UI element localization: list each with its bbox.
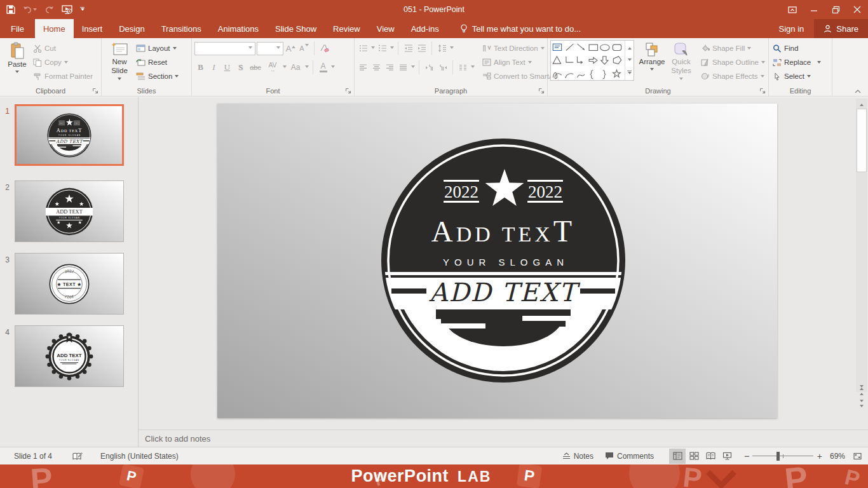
zoom-slider[interactable] bbox=[752, 449, 813, 464]
tab-design[interactable]: Design bbox=[111, 19, 153, 38]
minimize-icon[interactable] bbox=[803, 0, 825, 19]
notes-toggle[interactable]: Notes bbox=[557, 452, 599, 461]
vertical-scrollbar[interactable] bbox=[856, 98, 867, 409]
change-case-button[interactable]: Aa bbox=[288, 61, 303, 74]
layout-button[interactable]: Layout bbox=[135, 41, 180, 55]
text-shadow-button[interactable]: S bbox=[234, 61, 247, 74]
tab-home[interactable]: Home bbox=[35, 19, 74, 38]
underline-button[interactable]: U bbox=[221, 61, 233, 74]
slide-thumbnail-3[interactable]: 2022 2022 ★ TEXT ★ bbox=[15, 253, 124, 315]
zoom-slider-thumb[interactable] bbox=[776, 452, 780, 461]
font-size-combobox[interactable] bbox=[257, 42, 283, 55]
font-name-input[interactable] bbox=[195, 43, 245, 55]
current-slide[interactable] bbox=[217, 104, 777, 418]
redo-icon[interactable] bbox=[44, 6, 54, 14]
notes-pane[interactable]: Click to add notes bbox=[139, 430, 868, 447]
normal-view-button[interactable] bbox=[669, 449, 686, 464]
shape-effects-button[interactable]: Shape Effects bbox=[699, 69, 766, 83]
decrease-indent-button[interactable] bbox=[402, 42, 414, 55]
columns-button[interactable] bbox=[457, 61, 469, 74]
fit-slide-to-window-icon[interactable] bbox=[849, 449, 865, 464]
replace-button[interactable]: Replace bbox=[771, 55, 822, 69]
arrange-button[interactable]: Arrange bbox=[637, 40, 667, 85]
grow-font-button[interactable]: A bbox=[285, 42, 297, 55]
find-button[interactable]: Find bbox=[771, 41, 822, 55]
format-painter-button[interactable]: Format Painter bbox=[32, 69, 94, 83]
ribbon-display-options-icon[interactable] bbox=[782, 0, 803, 19]
shapes-scroll-down-icon[interactable] bbox=[625, 54, 634, 67]
tab-insert[interactable]: Insert bbox=[74, 19, 111, 38]
shrink-font-button[interactable]: A bbox=[298, 42, 310, 55]
slide-thumbnail-2[interactable]: ADD TEXT YOUR SLOGAN bbox=[15, 180, 124, 242]
sign-in-button[interactable]: Sign in bbox=[769, 19, 815, 38]
section-button[interactable]: Section bbox=[135, 69, 180, 83]
character-spacing-button[interactable]: AV↔ bbox=[264, 61, 281, 74]
customize-qat-icon[interactable] bbox=[80, 7, 85, 13]
align-center-button[interactable] bbox=[370, 61, 383, 74]
tab-animations[interactable]: Animations bbox=[210, 19, 267, 38]
shapes-scroll-up-icon[interactable] bbox=[625, 41, 634, 54]
language-indicator[interactable]: English (United States) bbox=[100, 452, 179, 461]
next-slide-button[interactable] bbox=[856, 399, 867, 409]
tab-review[interactable]: Review bbox=[325, 19, 369, 38]
scroll-thumb[interactable] bbox=[857, 109, 867, 172]
left-to-right-button[interactable] bbox=[423, 61, 435, 74]
line-spacing-button[interactable] bbox=[436, 42, 448, 55]
bold-button[interactable]: B bbox=[194, 61, 207, 74]
paste-button[interactable]: Paste bbox=[3, 40, 32, 85]
justify-button[interactable] bbox=[397, 61, 409, 74]
shapes-more-icon[interactable] bbox=[625, 67, 634, 80]
numbering-button[interactable] bbox=[376, 42, 388, 55]
slide-canvas[interactable] bbox=[139, 97, 868, 430]
slide-thumbnail-4[interactable]: ADD TEXT YOUR SLOGAN bbox=[15, 325, 124, 387]
tab-slide-show[interactable]: Slide Show bbox=[267, 19, 325, 38]
quick-styles-button[interactable]: Quick Styles bbox=[667, 40, 695, 85]
start-slideshow-icon[interactable] bbox=[62, 5, 72, 15]
previous-slide-button[interactable] bbox=[856, 385, 867, 395]
italic-button[interactable]: I bbox=[208, 61, 220, 74]
restore-icon[interactable] bbox=[825, 0, 846, 19]
shape-outline-button[interactable]: Shape Outline bbox=[699, 55, 766, 69]
increase-indent-button[interactable] bbox=[416, 42, 428, 55]
zoom-out-button[interactable]: − bbox=[742, 451, 752, 461]
copy-button[interactable]: Copy bbox=[32, 55, 94, 69]
align-left-button[interactable] bbox=[357, 61, 369, 74]
tab-file[interactable]: File bbox=[0, 19, 35, 38]
strikethrough-button[interactable]: abc bbox=[248, 61, 263, 74]
tab-transitions[interactable]: Transitions bbox=[153, 19, 210, 38]
share-button[interactable]: Share bbox=[814, 19, 868, 38]
spell-check-icon[interactable] bbox=[72, 452, 83, 461]
close-icon[interactable] bbox=[846, 0, 868, 19]
tell-me-box[interactable]: Tell me what you want to do... bbox=[460, 19, 581, 38]
slide-badge-graphic[interactable] bbox=[376, 133, 630, 388]
cut-button[interactable]: Cut bbox=[32, 41, 94, 55]
scroll-up-icon[interactable] bbox=[856, 98, 867, 109]
drawing-dialog-launcher-icon[interactable] bbox=[759, 88, 766, 94]
font-color-button[interactable]: A bbox=[317, 61, 329, 74]
paragraph-dialog-launcher-icon[interactable] bbox=[538, 88, 545, 94]
font-name-combobox[interactable] bbox=[194, 42, 255, 55]
comments-toggle[interactable]: Comments bbox=[599, 452, 660, 461]
font-dialog-launcher-icon[interactable] bbox=[345, 88, 351, 94]
zoom-level[interactable]: 69% bbox=[826, 452, 849, 461]
collapse-ribbon-icon[interactable] bbox=[854, 89, 862, 94]
tab-add-ins[interactable]: Add-ins bbox=[403, 19, 447, 38]
font-size-input[interactable] bbox=[257, 43, 273, 55]
slide-sorter-view-button[interactable] bbox=[686, 449, 702, 464]
save-icon[interactable] bbox=[6, 5, 15, 14]
select-button[interactable]: Select bbox=[771, 69, 822, 83]
undo-icon[interactable] bbox=[23, 6, 37, 14]
shapes-gallery[interactable] bbox=[550, 40, 634, 81]
shape-fill-button[interactable]: Shape Fill bbox=[699, 41, 766, 55]
align-right-button[interactable] bbox=[384, 61, 396, 74]
new-slide-button[interactable]: New Slide bbox=[104, 40, 135, 85]
reading-view-button[interactable] bbox=[702, 449, 719, 464]
zoom-in-button[interactable]: + bbox=[813, 451, 826, 461]
right-to-left-button[interactable] bbox=[437, 61, 449, 74]
slide-thumbnail-1[interactable] bbox=[15, 104, 124, 166]
clipboard-dialog-launcher-icon[interactable] bbox=[92, 88, 98, 94]
clear-formatting-button[interactable] bbox=[318, 42, 330, 55]
bullets-button[interactable] bbox=[357, 42, 369, 55]
slide-show-button[interactable] bbox=[719, 449, 735, 464]
tab-view[interactable]: View bbox=[369, 19, 403, 38]
